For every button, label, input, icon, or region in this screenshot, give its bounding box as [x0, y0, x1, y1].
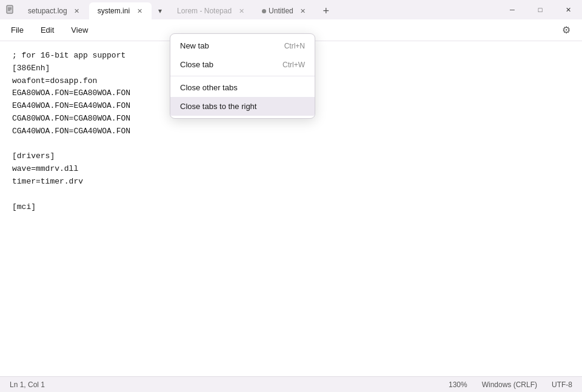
close-button[interactable]: ✕ [554, 0, 582, 19]
context-menu-close-tabs-right-label: Close tabs to the right [180, 102, 256, 111]
tab-setupact[interactable]: setupact.log ✕ [19, 2, 89, 19]
status-encoding[interactable]: UTF-8 [552, 380, 572, 389]
menu-edit[interactable]: Edit [37, 23, 58, 37]
tab-systemini-label: system.ini [98, 7, 130, 15]
tab-lorem-label: Lorem - Notepad [177, 7, 232, 15]
status-position: Ln 1, Col 1 [10, 380, 45, 389]
status-bar-right: 130% Windows (CRLF) UTF-8 [449, 380, 572, 389]
context-menu-close-tabs-right[interactable]: Close tabs to the right [170, 97, 315, 116]
window-controls: ─ □ ✕ [498, 0, 582, 19]
title-bar: setupact.log ✕ system.ini ✕ ▾ Lorem - No… [0, 0, 582, 19]
tab-systemini[interactable]: system.ini ✕ [89, 2, 152, 19]
context-menu-close-other-tabs-label: Close other tabs [180, 83, 238, 92]
tab-setupact-label: setupact.log [28, 7, 67, 15]
tab-lorem[interactable]: Lorem - Notepad ✕ [169, 2, 253, 19]
maximize-button[interactable]: □ [526, 0, 554, 19]
context-menu-close-tab-label: Close tab [180, 60, 213, 69]
new-tab-button[interactable]: + [318, 2, 335, 19]
context-menu-divider [170, 76, 315, 76]
tab-overflow-button[interactable]: ▾ [152, 2, 169, 19]
context-menu-new-tab-shortcut: Ctrl+N [284, 42, 305, 50]
tab-setupact-close[interactable]: ✕ [72, 6, 82, 16]
minimize-button[interactable]: ─ [498, 0, 526, 19]
status-bar: Ln 1, Col 1 130% Windows (CRLF) UTF-8 [0, 376, 582, 392]
tab-untitled-unsaved-dot [262, 9, 266, 13]
tab-lorem-close[interactable]: ✕ [236, 6, 246, 16]
menu-view[interactable]: View [67, 23, 92, 37]
tab-untitled-close[interactable]: ✕ [298, 6, 308, 16]
status-zoom[interactable]: 130% [449, 380, 467, 389]
context-menu: New tab Ctrl+N Close tab Ctrl+W Close ot… [170, 33, 315, 119]
tabs-area: setupact.log ✕ system.ini ✕ ▾ Lorem - No… [19, 0, 498, 19]
settings-button[interactable]: ⚙ [558, 22, 575, 39]
context-menu-close-tab[interactable]: Close tab Ctrl+W [170, 55, 315, 74]
context-menu-close-other-tabs[interactable]: Close other tabs [170, 78, 315, 97]
tab-untitled[interactable]: Untitled ✕ [253, 2, 315, 19]
status-line-ending[interactable]: Windows (CRLF) [482, 380, 537, 389]
tab-untitled-label: Untitled [269, 7, 293, 15]
menu-file[interactable]: File [7, 23, 27, 37]
context-menu-new-tab[interactable]: New tab Ctrl+N [170, 36, 315, 55]
app-icon [5, 4, 16, 15]
context-menu-new-tab-label: New tab [180, 41, 209, 50]
context-menu-close-tab-shortcut: Ctrl+W [283, 61, 305, 69]
tab-systemini-close[interactable]: ✕ [135, 6, 144, 16]
